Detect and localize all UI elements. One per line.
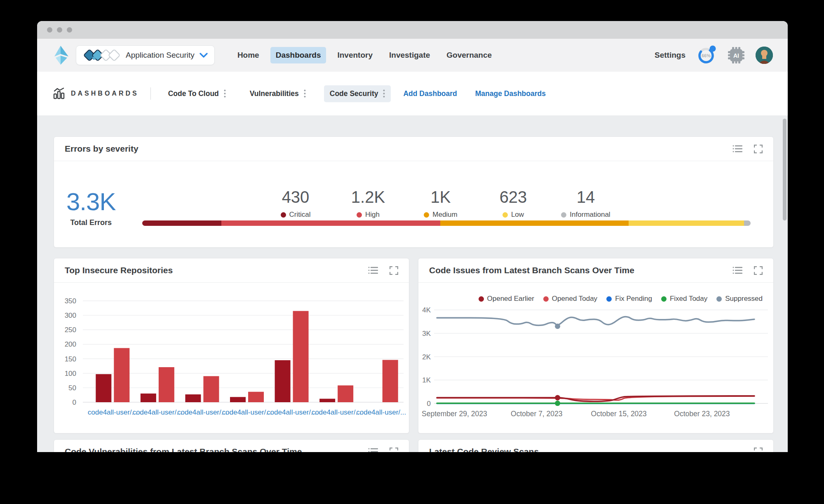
repo-link[interactable]: code4all-user/... [88,408,138,416]
dashboard-tabs: Code To CloudVulnerabilitiesCode Securit… [162,85,391,102]
severity-value: 430 [259,188,332,206]
svg-text:September 29, 2023: September 29, 2023 [422,410,487,418]
credits-ring-icon[interactable]: 66% [696,45,717,66]
kebab-icon[interactable] [224,89,226,98]
nav-item-inventory[interactable]: Inventory [332,47,378,63]
severity-segment-informational [744,220,751,226]
svg-text:150: 150 [65,355,76,363]
user-avatar[interactable] [756,47,773,64]
expand-icon[interactable] [754,145,763,153]
dashboards-section: DASHBOARDS [53,87,139,100]
top-insecure-repositories-card: Top Insecure Repositories [54,258,409,434]
manage-dashboards-link[interactable]: Manage Dashboards [475,89,546,98]
severity-value: 14 [549,188,622,206]
settings-button[interactable]: Settings [655,51,685,60]
credits-percent-label: 66% [702,53,711,58]
svg-text:0: 0 [427,400,431,408]
list-icon[interactable] [368,267,378,274]
severity-stat-informational: 14Informational [549,188,622,219]
legend-item-fixed-today[interactable]: Fixed Today [661,295,707,303]
svg-text:350: 350 [65,297,76,305]
list-icon[interactable] [368,448,378,452]
expand-icon[interactable] [390,266,398,275]
legend-item-opened-earlier[interactable]: Opened Earlier [479,295,534,303]
severity-sub: High [332,211,404,219]
svg-text:3K: 3K [422,330,431,338]
brand-logo-icon [52,45,69,65]
legend-label: Opened Earlier [487,295,534,303]
tab-label: Code To Cloud [168,89,219,98]
repo-link[interactable]: code4all-user/... [356,408,406,416]
severity-segment-high [221,220,440,226]
nav-item-home[interactable]: Home [232,47,265,63]
repo-link[interactable]: code4all-user/... [312,408,362,416]
nav-item-governance[interactable]: Governance [441,47,497,63]
svg-text:2K: 2K [422,353,431,361]
severity-label: Informational [570,211,610,219]
expand-icon[interactable] [754,266,763,275]
kebab-icon[interactable] [383,89,385,98]
ai-chip-icon[interactable]: AI [728,47,745,64]
list-icon[interactable] [732,267,742,274]
dashboard-tab-code-security[interactable]: Code Security [324,85,391,102]
errors-by-severity-card: Errors by severity [54,136,774,248]
dashboards-bar: DASHBOARDS Code To CloudVulnerabilitiesC… [37,72,788,115]
window-close-button[interactable] [47,27,52,33]
repo-link[interactable]: code4all-user/... [132,408,182,416]
severity-sub: Medium [404,211,477,219]
card-title: Code Vulnerabilities from Latest Branch … [65,447,368,452]
expand-icon[interactable] [754,448,763,452]
repo-link[interactable]: code4all-user/... [222,408,272,416]
dashboard-tab-code-to-cloud[interactable]: Code To Cloud [162,85,232,102]
expand-icon[interactable] [390,448,398,452]
severity-sub: Low [477,211,549,219]
chevron-down-icon [200,53,208,58]
vertical-scrollbar[interactable] [783,119,786,220]
severity-label: Critical [289,211,311,219]
product-switcher-label: Application Security [126,51,195,60]
legend-item-suppressed[interactable]: Suppressed [716,295,763,303]
legend-item-fix-pending[interactable]: Fix Pending [606,295,652,303]
total-errors-label: Total Errors [66,218,115,227]
severity-stat-medium: 1KMedium [404,188,477,219]
divider [150,87,151,100]
data-point-marker[interactable] [555,401,560,406]
tab-label: Vulnerabilities [250,89,299,98]
high-dot-icon [357,212,362,218]
nav-item-dashboards[interactable]: Dashboards [270,47,326,63]
legend-label: Fixed Today [670,295,707,303]
card-header: Errors by severity [54,137,773,161]
card-header: Latest Code Review Scans [418,440,773,452]
severity-stat-low: 623Low [477,188,549,219]
repo-link[interactable]: code4all-user/... [267,408,317,416]
severity-segment-medium [440,220,629,226]
svg-text:October 15, 2023: October 15, 2023 [591,410,647,418]
svg-text:4K: 4K [422,306,431,314]
window-minimize-button[interactable] [57,27,62,33]
chart-legend: Opened EarlierOpened TodayFix PendingFix… [418,283,773,306]
product-switcher[interactable]: Application Security [76,45,215,65]
legend-item-opened-today[interactable]: Opened Today [543,295,597,303]
legend-dot-icon [543,296,549,302]
app-window: Application Security HomeDashboardsInven… [37,21,788,452]
list-icon[interactable] [732,145,742,152]
legend-dot-icon [479,296,484,302]
svg-text:October 7, 2023: October 7, 2023 [511,410,563,418]
low-dot-icon [502,212,508,218]
data-point-marker[interactable] [555,395,560,401]
nav-item-investigate[interactable]: Investigate [384,47,435,63]
legend-dot-icon [716,296,722,302]
legend-label: Fix Pending [615,295,652,303]
add-dashboard-link[interactable]: Add Dashboard [403,89,457,98]
severity-segment-critical [142,220,221,226]
repo-link[interactable]: code4all-user/... [177,408,227,416]
severity-sub: Informational [549,211,622,219]
dashboard-content: Errors by severity [37,115,788,452]
total-errors-block: 3.3K Total Errors [66,190,115,227]
dashboard-tab-vulnerabilities[interactable]: Vulnerabilities [244,85,312,102]
medium-dot-icon [424,212,429,218]
window-zoom-button[interactable] [67,27,72,33]
data-point-marker[interactable] [555,323,560,329]
kebab-icon[interactable] [304,89,306,98]
navbar-right: Settings 66% AI [655,45,773,66]
